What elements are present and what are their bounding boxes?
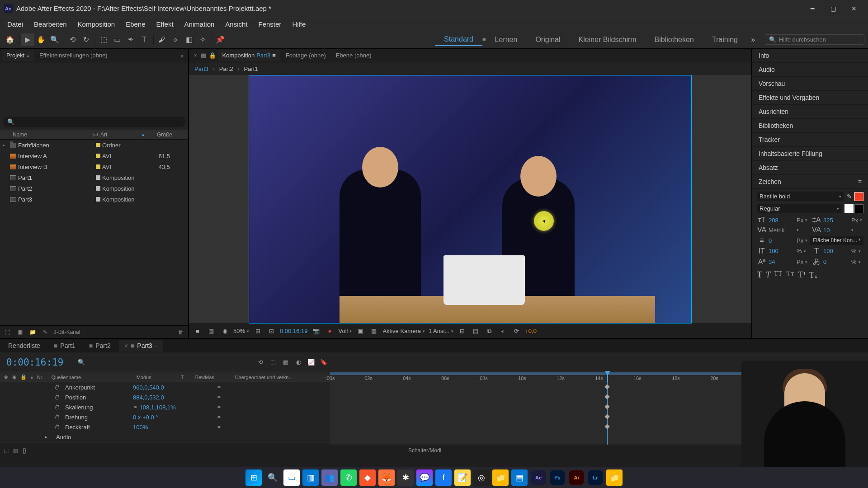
taskbar-obs[interactable]: ◎ bbox=[473, 469, 490, 486]
menu-fenster[interactable]: Fenster bbox=[253, 19, 287, 30]
tab-effekteinstellungen[interactable]: Effekteinstellungen (ohne) bbox=[35, 50, 112, 61]
taskbar-ai[interactable]: Ai bbox=[568, 469, 585, 486]
keyframe-indicator[interactable] bbox=[604, 404, 609, 409]
tab-part2[interactable]: ■Part2 bbox=[84, 340, 116, 352]
transform-property-row[interactable]: ⏱Drehung0 x +0,0 °⚭ bbox=[0, 412, 330, 422]
col-name[interactable]: Name bbox=[11, 131, 92, 138]
lock-col-icon[interactable]: 🔒 bbox=[20, 374, 27, 380]
timeline-timecode[interactable]: 0:00:16:19 bbox=[0, 357, 70, 368]
views-dropdown[interactable]: 1 Ansi... bbox=[429, 328, 453, 334]
workspace-training[interactable]: Training bbox=[703, 34, 747, 46]
puppet-tool[interactable]: 📌 bbox=[214, 33, 226, 46]
grid-button[interactable]: ▦ bbox=[369, 326, 379, 336]
keyframe-indicator[interactable] bbox=[604, 414, 609, 419]
panel-overflow[interactable]: » bbox=[180, 52, 186, 59]
hscale-value[interactable]: 100 bbox=[823, 248, 849, 254]
frameblend-button[interactable]: ▦ bbox=[279, 356, 292, 369]
taskbar-notes[interactable]: 📝 bbox=[454, 469, 471, 486]
taskbar-ps[interactable]: Ps bbox=[549, 469, 566, 486]
kerning-value[interactable]: Metrik bbox=[769, 227, 795, 234]
close-tab-icon[interactable]: × bbox=[192, 52, 199, 59]
taskbar-folder2[interactable]: 📁 bbox=[606, 469, 623, 486]
workspace-original[interactable]: Original bbox=[526, 34, 569, 46]
italic-button[interactable]: T bbox=[766, 270, 770, 280]
menu-datei[interactable]: Datei bbox=[2, 19, 28, 30]
zoom-tool[interactable]: 🔍 bbox=[48, 33, 61, 46]
panel-ausrichten[interactable]: Ausrichten bbox=[752, 105, 868, 119]
font-style-select[interactable]: Regular▾ bbox=[757, 204, 842, 213]
hand-tool[interactable]: ✋ bbox=[35, 33, 47, 46]
stopwatch-icon[interactable]: ⏱ bbox=[54, 394, 61, 401]
transform-property-row[interactable]: ⏱Deckkraft100%⚭ bbox=[0, 422, 330, 432]
zoom-dropdown[interactable]: 50% bbox=[233, 328, 249, 334]
baseline-value[interactable]: 34 bbox=[769, 258, 795, 265]
tracking-value[interactable]: 10 bbox=[823, 227, 849, 234]
col-nr[interactable]: Nr. bbox=[37, 375, 48, 380]
flow-button[interactable]: ⟐ bbox=[498, 326, 508, 336]
col-t[interactable]: T bbox=[181, 375, 192, 380]
menu-animation[interactable]: Animation bbox=[179, 19, 220, 30]
stroke-white-swatch[interactable] bbox=[844, 204, 854, 213]
menu-effekt[interactable]: Effekt bbox=[151, 19, 179, 30]
project-item[interactable]: Interview BAVI43,5 bbox=[0, 161, 188, 172]
panel-audio[interactable]: Audio bbox=[752, 63, 868, 77]
expression-link-icon[interactable]: ⚭ bbox=[210, 394, 228, 401]
panel-menu-icon[interactable]: ≡ bbox=[26, 53, 29, 58]
expression-link-icon[interactable]: ⚭ bbox=[210, 404, 228, 411]
taskbar-files[interactable]: 📁 bbox=[492, 469, 509, 486]
smallcaps-button[interactable]: Tᴛ bbox=[786, 270, 795, 280]
taskbar-messenger[interactable]: 💬 bbox=[416, 469, 433, 486]
new-comp-button[interactable]: ▣ bbox=[15, 328, 24, 337]
tab-ebene[interactable]: Ebene (ohne) bbox=[331, 50, 376, 61]
rect-tool[interactable]: ▭ bbox=[111, 33, 123, 46]
fill-order-select[interactable]: Fläche über Kon...▾ bbox=[810, 236, 863, 245]
stroke-value[interactable]: 0 bbox=[769, 237, 795, 244]
col-quellenname[interactable]: Quellenname bbox=[52, 375, 133, 380]
trash-button[interactable]: 🗑 bbox=[176, 328, 185, 337]
guides-button[interactable]: ▣ bbox=[355, 326, 365, 336]
adjust-button[interactable]: ✎ bbox=[41, 328, 50, 337]
taskbar-facebook[interactable]: f bbox=[435, 469, 452, 486]
taskbar-whatsapp[interactable]: ✆ bbox=[340, 469, 357, 486]
graph-button[interactable]: 📈 bbox=[305, 356, 317, 369]
stroke-black-swatch[interactable] bbox=[854, 204, 863, 213]
tab-renderliste[interactable]: Renderliste bbox=[3, 340, 46, 352]
breadcrumb-part1[interactable]: Part1 bbox=[244, 66, 258, 72]
eyedropper-icon[interactable]: ✎ bbox=[847, 193, 852, 200]
property-value[interactable]: ⚭ 108,1,108,1% bbox=[133, 404, 205, 411]
shy-button[interactable]: ⟲ bbox=[254, 356, 267, 369]
taskbar-lr[interactable]: Lr bbox=[587, 469, 604, 486]
prev-button[interactable]: ⊞ bbox=[253, 326, 263, 336]
taskbar-teams[interactable]: 👥 bbox=[321, 469, 338, 486]
project-item[interactable]: Part1Komposition bbox=[0, 172, 188, 183]
interpret-button[interactable]: ⬚ bbox=[3, 328, 12, 337]
bold-button[interactable]: T bbox=[757, 270, 762, 280]
pen-tool[interactable]: ✒ bbox=[124, 33, 137, 46]
panel-bibliotheken[interactable]: Bibliotheken bbox=[752, 119, 868, 133]
keyframe-indicator[interactable] bbox=[604, 394, 609, 399]
workspace-kleiner[interactable]: Kleiner Bildschirm bbox=[570, 34, 646, 46]
render-icon[interactable]: ▦ bbox=[200, 52, 207, 59]
tsume-value[interactable]: 0 bbox=[823, 258, 849, 265]
playhead-marker[interactable] bbox=[607, 372, 608, 382]
project-item[interactable]: Part3Komposition bbox=[0, 194, 188, 205]
stopwatch-icon[interactable]: ⏱ bbox=[54, 414, 61, 421]
draft3d-button[interactable]: ⬚ bbox=[267, 356, 279, 369]
tab-komposition[interactable]: Komposition Part3 ≡ bbox=[218, 50, 280, 61]
workspace-standard[interactable]: Standard bbox=[435, 33, 482, 46]
col-modus[interactable]: Modus bbox=[137, 375, 177, 380]
av-toggle-icon[interactable]: 👁 bbox=[4, 375, 9, 380]
help-search[interactable]: 🔍 Hilfe durchsuchen bbox=[765, 34, 864, 45]
camera-dropdown[interactable]: Aktive Kamera bbox=[382, 328, 425, 334]
panel-info[interactable]: Info bbox=[752, 49, 868, 63]
property-value[interactable]: 100% bbox=[133, 424, 205, 431]
maximize-button[interactable]: ▢ bbox=[823, 0, 844, 17]
subscript-button[interactable]: T₁ bbox=[809, 270, 817, 280]
selection-tool[interactable]: ▶ bbox=[21, 33, 34, 46]
viewer-timecode[interactable]: 0:00:16:19 bbox=[280, 328, 307, 334]
toggle-inout-icon[interactable]: {} bbox=[23, 447, 26, 454]
project-item[interactable]: ▸FarbflächenOrdner bbox=[0, 140, 188, 150]
bit-depth[interactable]: 8-Bit-Kanal bbox=[53, 329, 80, 335]
menu-hilfe[interactable]: Hilfe bbox=[287, 19, 311, 30]
roto-tool[interactable]: ✧ bbox=[196, 33, 209, 46]
